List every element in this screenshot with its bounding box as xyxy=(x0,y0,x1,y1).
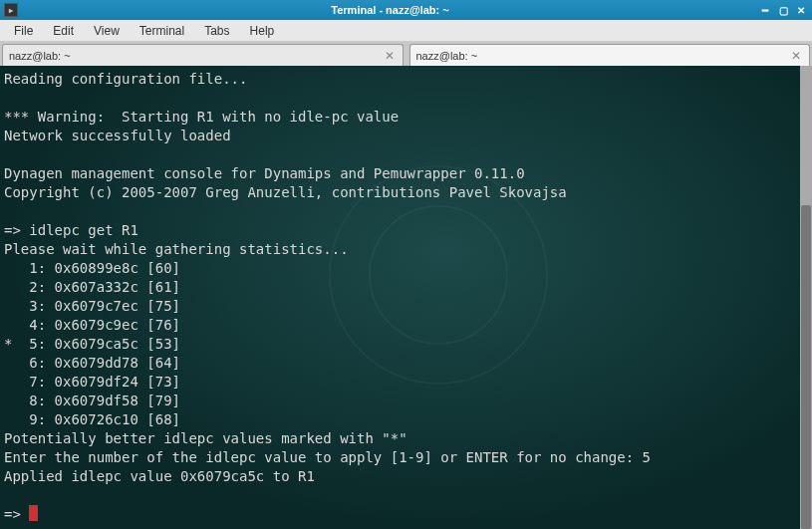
tab-label: nazz@lab: ~ xyxy=(416,50,790,62)
menu-file[interactable]: File xyxy=(4,22,43,40)
window-title: Terminal - nazz@lab: ~ xyxy=(22,4,758,16)
close-icon[interactable]: ✕ xyxy=(383,49,397,63)
menu-edit[interactable]: Edit xyxy=(43,22,84,40)
menu-view[interactable]: View xyxy=(84,22,130,40)
tab-label: nazz@lab: ~ xyxy=(9,50,383,62)
menu-terminal[interactable]: Terminal xyxy=(130,22,194,40)
terminal-viewport[interactable]: Reading configuration file... *** Warnin… xyxy=(0,66,812,529)
close-icon[interactable]: ✕ xyxy=(789,49,803,63)
menu-help[interactable]: Help xyxy=(240,22,285,40)
window-titlebar: ▸ Terminal - nazz@lab: ~ ━ ▢ ✕ xyxy=(0,0,812,20)
menu-tabs[interactable]: Tabs xyxy=(194,22,239,40)
tab-strip: nazz@lab: ~ ✕ nazz@lab: ~ ✕ xyxy=(0,42,812,66)
close-button[interactable]: ✕ xyxy=(794,3,808,17)
terminal-output[interactable]: Reading configuration file... *** Warnin… xyxy=(0,66,800,528)
cursor xyxy=(29,505,38,521)
scrollbar-vertical[interactable] xyxy=(800,66,812,529)
minimize-button[interactable]: ━ xyxy=(758,3,772,17)
app-icon: ▸ xyxy=(4,3,18,17)
menubar: File Edit View Terminal Tabs Help xyxy=(0,20,812,42)
tab-2[interactable]: nazz@lab: ~ ✕ xyxy=(409,44,811,66)
maximize-button[interactable]: ▢ xyxy=(776,3,790,17)
scrollbar-thumb[interactable] xyxy=(801,205,811,530)
tab-1[interactable]: nazz@lab: ~ ✕ xyxy=(2,44,404,66)
